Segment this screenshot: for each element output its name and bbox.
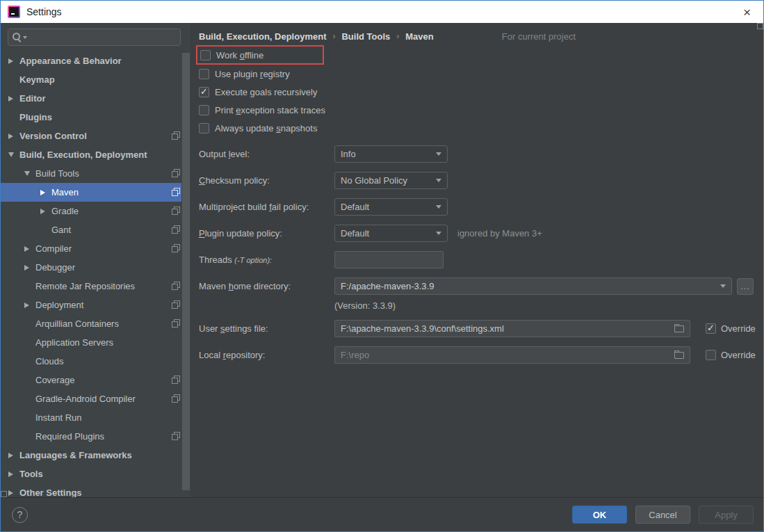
checkbox-group: Work offlineUse plugin registryExecute g…	[199, 45, 763, 136]
folder-icon[interactable]	[674, 325, 684, 332]
tree-collapsed-arrow-icon[interactable]	[7, 58, 15, 64]
tree-collapsed-arrow-icon[interactable]	[23, 303, 31, 308]
multiproject-build-fail-policy-label: Multiproject build fail policy:	[199, 202, 334, 212]
close-icon[interactable]: ×	[739, 4, 755, 20]
plugin-update-policy-select[interactable]: Default	[334, 225, 448, 242]
help-button[interactable]: ?	[12, 507, 28, 523]
breadcrumb-part-maven[interactable]: Maven	[405, 31, 433, 42]
label-text: xception stack traces	[241, 105, 325, 115]
checkbox-row-work-offline: Work offline	[200, 47, 263, 63]
use-plugin-registry-checkbox[interactable]	[199, 69, 209, 79]
sidebar-item-clouds[interactable]: Clouds	[1, 352, 190, 371]
sidebar-item-version-control[interactable]: Version Control	[1, 127, 190, 145]
sidebar-item-label: Coverage	[35, 375, 74, 385]
sidebar-item-label: Build, Execution, Deployment	[19, 150, 147, 160]
sidebar-item-gradle-android-compiler[interactable]: Gradle-Android Compiler	[1, 389, 190, 408]
tree-expanded-arrow-icon[interactable]	[7, 152, 15, 157]
local-repository-field[interactable]: F:\repo	[334, 346, 690, 364]
maven-settings-panel: Build, Execution, Deployment›Build Tools…	[190, 23, 763, 497]
sidebar-item-languages-frameworks[interactable]: Languages & Frameworks	[1, 446, 190, 465]
sidebar-item-compiler[interactable]: Compiler	[1, 239, 190, 258]
label-text: (-T option):	[234, 256, 272, 264]
breadcrumb-part-build-tools[interactable]: Build Tools	[341, 31, 390, 42]
sidebar-scrollbar-thumb[interactable]	[182, 53, 190, 490]
user-settings-file-override: Override	[706, 323, 756, 334]
sidebar-item-gradle[interactable]: Gradle	[1, 202, 190, 220]
annotation-highlight-work-offline: Work offline	[196, 45, 324, 65]
plugin-update-policy-value: Default	[341, 228, 369, 239]
sidebar-item-coverage[interactable]: Coverage	[1, 371, 190, 389]
label-text: Print	[215, 105, 236, 115]
breadcrumb-part-build-execution-deployment[interactable]: Build, Execution, Deployment	[199, 31, 326, 42]
user-settings-file-label: User settings file:	[199, 323, 334, 334]
execute-goals-recursively-label: Execute goals recursively	[215, 87, 317, 97]
cancel-button[interactable]: Cancel	[635, 506, 690, 524]
tree-collapsed-arrow-icon[interactable]	[7, 471, 15, 477]
sidebar-item-label: Build Tools	[35, 168, 79, 179]
apply-button[interactable]: Apply	[699, 506, 754, 524]
sidebar-item-application-servers[interactable]: Application Servers	[1, 333, 190, 352]
maven-home-directory-select[interactable]: F:/apache-maven-3.3.9	[334, 277, 732, 295]
local-repository-override-checkbox[interactable]	[706, 350, 716, 360]
sidebar-item-remote-jar-repositories[interactable]: Remote Jar Repositories	[1, 277, 190, 296]
checksum-policy-label: Checksum policy:	[199, 175, 334, 186]
sidebar-item-label: Maven	[51, 187, 79, 198]
chevron-down-icon	[436, 179, 441, 182]
tree-collapsed-arrow-icon[interactable]	[23, 265, 31, 271]
label-text: Multiproject build	[199, 202, 269, 212]
sidebar-item-label: Languages & Frameworks	[19, 450, 132, 460]
folder-icon[interactable]	[674, 352, 684, 359]
search-input[interactable]	[28, 31, 177, 43]
sidebar-item-keymap[interactable]: Keymap	[1, 70, 190, 89]
label-text: P	[199, 228, 205, 239]
label-text: oals recursively	[255, 87, 318, 97]
print-exception-stack-traces-checkbox[interactable]	[199, 105, 209, 115]
tree-collapsed-arrow-icon[interactable]	[7, 490, 15, 496]
maven-home-directory-browse-button[interactable]: ...	[737, 278, 754, 295]
form-row-local-repository: Local repository:F:\repoOverride	[199, 346, 763, 364]
ok-button[interactable]: OK	[572, 506, 627, 524]
tree-collapsed-arrow-icon[interactable]	[7, 453, 15, 458]
sidebar-item-debugger[interactable]: Debugger	[1, 258, 190, 277]
output-level-label: Output level:	[199, 149, 334, 159]
sidebar-item-label: Editor	[19, 93, 46, 104]
sidebar-item-build-execution-deployment[interactable]: Build, Execution, Deployment	[1, 145, 190, 164]
sidebar-item-required-plugins[interactable]: Required Plugins	[1, 427, 190, 446]
multiproject-build-fail-policy-select[interactable]: Default	[334, 198, 448, 216]
sidebar-scrollbar[interactable]	[181, 51, 190, 497]
sidebar-item-gant[interactable]: Gant	[1, 220, 190, 239]
local-repository-value: F:\repo	[341, 350, 369, 360]
output-level-select[interactable]: Info	[334, 145, 448, 163]
sidebar-item-appearance-behavior[interactable]: Appearance & Behavior	[1, 51, 190, 70]
tree-collapsed-arrow-icon[interactable]	[7, 96, 15, 102]
tree-collapsed-arrow-icon[interactable]	[39, 209, 47, 214]
tree-collapsed-arrow-icon[interactable]	[23, 246, 31, 252]
search-box[interactable]	[8, 29, 181, 46]
sidebar-item-editor[interactable]: Editor	[1, 89, 190, 108]
sidebar-item-maven[interactable]: Maven	[1, 183, 190, 202]
sidebar-item-plugins[interactable]: Plugins	[1, 108, 190, 127]
always-update-snapshots-checkbox[interactable]	[199, 123, 209, 134]
checksum-policy-select[interactable]: No Global Policy	[334, 172, 448, 189]
form-row-maven-home-directory: Maven home directory:F:/apache-maven-3.3…	[199, 277, 763, 295]
search-options-caret-icon[interactable]	[23, 36, 27, 39]
threads-input[interactable]	[334, 251, 444, 268]
tree-collapsed-arrow-icon[interactable]	[39, 190, 47, 195]
sidebar-item-build-tools[interactable]: Build Tools	[1, 164, 190, 183]
sidebar-item-label: Debugger	[35, 262, 75, 273]
execute-goals-recursively-checkbox[interactable]	[199, 87, 209, 97]
sidebar-item-instant-run[interactable]: Instant Run	[1, 408, 190, 427]
sidebar-item-arquillian-containers[interactable]: Arquillian Containers	[1, 314, 190, 333]
tree-collapsed-arrow-icon[interactable]	[7, 134, 15, 139]
user-settings-file-field[interactable]: F:\apache-maven-3.3.9\conf\settings.xml	[334, 320, 690, 337]
sidebar-item-tools[interactable]: Tools	[1, 465, 190, 483]
local-repository-override-label: Override	[721, 350, 756, 360]
work-offline-checkbox[interactable]	[200, 50, 211, 61]
label-text: lugin update policy:	[205, 228, 282, 239]
tree-expanded-arrow-icon[interactable]	[23, 171, 31, 176]
work-offline-label: Work offline	[216, 50, 263, 61]
sidebar-item-deployment[interactable]: Deployment	[1, 296, 190, 314]
sidebar-item-label: Deployment	[35, 300, 83, 310]
sidebar-item-other-settings[interactable]: Other Settings	[1, 483, 190, 497]
user-settings-file-override-checkbox[interactable]	[706, 323, 716, 334]
